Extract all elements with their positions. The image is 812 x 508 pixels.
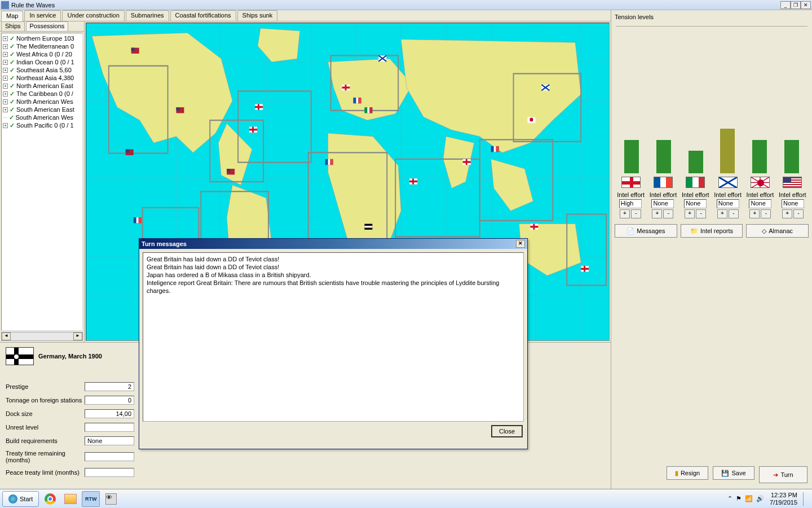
tree-row[interactable]: +✓The Mediterranean 0: [3, 42, 81, 50]
arrow-right-icon: ➔: [773, 471, 778, 479]
intel-decrease-button[interactable]: -: [761, 209, 771, 218]
taskbar-rtw-icon[interactable]: RTW: [82, 491, 100, 507]
svg-rect-70: [496, 146, 499, 152]
svg-line-89: [760, 182, 769, 187]
close-button[interactable]: ✕: [801, 1, 811, 9]
dialog-title: Turn messages: [142, 240, 187, 247]
system-tray[interactable]: ⌃ ⚑ 📶 🔊 12:23 PM 7/19/2015: [725, 492, 810, 506]
tree-row[interactable]: +✓Northern Europe 103: [3, 34, 81, 42]
expand-icon[interactable]: +: [3, 36, 8, 41]
taskbar: Start RTW 👁 ⌃ ⚑ 📶 🔊 12:23 PM 7/19/2015: [0, 489, 812, 508]
tree-label: The Mediterranean 0: [16, 43, 74, 50]
tree-row[interactable]: +✓North American Wes: [3, 98, 81, 106]
expand-icon[interactable]: +: [3, 52, 8, 57]
start-button[interactable]: Start: [2, 491, 39, 507]
taskbar-app-icon[interactable]: 👁: [102, 491, 120, 507]
intel-decrease-button[interactable]: -: [729, 209, 739, 218]
scroll-left-button[interactable]: ◄: [2, 332, 11, 340]
svg-rect-32: [176, 107, 179, 111]
almanac-button[interactable]: ◇Almanac: [746, 224, 809, 238]
intel-increase-button[interactable]: +: [620, 209, 630, 218]
expand-icon[interactable]: +: [3, 99, 8, 104]
tab-under-construction[interactable]: Under construction: [62, 10, 124, 21]
expand-icon[interactable]: +: [3, 44, 8, 49]
turn-messages-dialog: Turn messages ✕ Great Britain has laid d…: [139, 238, 528, 449]
intel-reports-button[interactable]: 📁Intel reports: [681, 224, 743, 238]
expand-icon[interactable]: +: [3, 60, 8, 65]
prestige-value: 2: [85, 382, 134, 391]
dialog-message-line: Great Britain has laid down a DD of Tevi…: [147, 255, 520, 263]
network-icon[interactable]: 📶: [745, 495, 753, 502]
intel-effort-label: Intel effort: [714, 191, 742, 198]
intel-effort-label: Intel effort: [617, 191, 645, 198]
intel-increase-button[interactable]: +: [652, 209, 662, 218]
chevron-up-icon[interactable]: ⌃: [727, 495, 732, 502]
tree-row[interactable]: +✓South Pacific 0 (0 / 1: [3, 121, 81, 129]
tree-row[interactable]: +✓North American East: [3, 82, 81, 90]
scroll-track[interactable]: [11, 332, 73, 340]
expand-icon[interactable]: +: [3, 84, 8, 89]
tension-bar: [624, 140, 639, 173]
expand-icon[interactable]: +: [3, 68, 8, 73]
minimize-button[interactable]: _: [780, 1, 791, 9]
intel-decrease-button[interactable]: -: [663, 209, 673, 218]
tab-ships-sunk[interactable]: Ships sunk: [237, 10, 278, 21]
tree-scrollbar[interactable]: ◄ ►: [1, 332, 83, 341]
tab-map[interactable]: Map: [1, 11, 23, 21]
maximize-button[interactable]: ❐: [791, 1, 801, 9]
svg-rect-30: [131, 48, 135, 51]
dialog-titlebar[interactable]: Turn messages ✕: [139, 239, 527, 249]
scroll-right-button[interactable]: ►: [73, 332, 82, 340]
messages-button[interactable]: 📄Messages: [615, 224, 677, 238]
dialog-message-list: Great Britain has laid down a DD of Tevi…: [143, 252, 524, 422]
volume-icon[interactable]: 🔊: [756, 495, 764, 502]
intel-increase-button[interactable]: +: [782, 209, 792, 218]
svg-rect-67: [466, 159, 467, 165]
expand-icon[interactable]: +: [3, 123, 8, 128]
intel-increase-button[interactable]: +: [749, 209, 760, 218]
dialog-close-button[interactable]: Close: [491, 425, 523, 437]
intel-decrease-button[interactable]: -: [631, 209, 641, 218]
svg-rect-45: [358, 98, 361, 103]
expand-icon[interactable]: +: [3, 91, 8, 97]
taskbar-explorer-icon[interactable]: [61, 491, 80, 507]
svg-rect-42: [345, 85, 347, 90]
expand-icon[interactable]: +: [3, 76, 8, 81]
build-label: Build requirements: [6, 437, 85, 444]
taskbar-clock[interactable]: 12:23 PM 7/19/2015: [767, 492, 800, 506]
taskbar-chrome-icon[interactable]: [41, 491, 59, 507]
resign-button[interactable]: ▮Resign: [667, 466, 708, 480]
svg-rect-34: [126, 150, 129, 153]
save-button[interactable]: 💾Save: [713, 466, 754, 480]
intel-increase-button[interactable]: +: [717, 209, 727, 218]
tree-row[interactable]: +✓West Africa 0 (0 / 20: [3, 50, 81, 58]
tab-in-service[interactable]: In service: [24, 10, 61, 21]
tree-row[interactable]: +✓The Caribbean 0 (0 /: [3, 90, 81, 98]
possessions-tree[interactable]: +✓Northern Europe 103+✓The Mediterranean…: [1, 33, 83, 331]
dialog-close-x[interactable]: ✕: [516, 240, 525, 248]
subtab-ships[interactable]: Ships: [1, 21, 25, 31]
window-title: Rule the Waves: [11, 2, 780, 8]
turn-button[interactable]: ➔Turn: [759, 466, 807, 483]
intel-decrease-button[interactable]: -: [793, 209, 804, 218]
intel-increase-button[interactable]: +: [685, 209, 695, 218]
tree-label: South American Wes: [16, 114, 74, 121]
tree-row[interactable]: +✓Northeast Asia 4,380: [3, 74, 81, 82]
tab-coastal-fortifications[interactable]: Coastal fortifications: [170, 10, 236, 21]
expand-icon[interactable]: +: [3, 107, 8, 112]
tree-row[interactable]: +✓South American East: [3, 106, 81, 113]
check-icon: ✓: [9, 114, 14, 121]
svg-rect-59: [533, 224, 535, 230]
tree-row[interactable]: ···✓South American Wes: [3, 113, 81, 121]
tab-submarines[interactable]: Submarines: [126, 10, 169, 21]
intel-decrease-button[interactable]: -: [696, 209, 706, 218]
tree-row[interactable]: +✓Indian Ocean 0 (0 / 1: [3, 58, 81, 66]
flag-icon[interactable]: ⚑: [736, 495, 742, 502]
floppy-icon: 💾: [721, 470, 729, 477]
check-icon: ✓: [10, 90, 15, 98]
svg-point-53: [529, 117, 533, 121]
tree-row[interactable]: +✓Southeast Asia 5,60: [3, 66, 81, 74]
intel-effort-value: High: [619, 199, 642, 208]
subtab-possessions[interactable]: Possessions: [26, 21, 69, 31]
show-desktop-button[interactable]: [803, 492, 807, 506]
